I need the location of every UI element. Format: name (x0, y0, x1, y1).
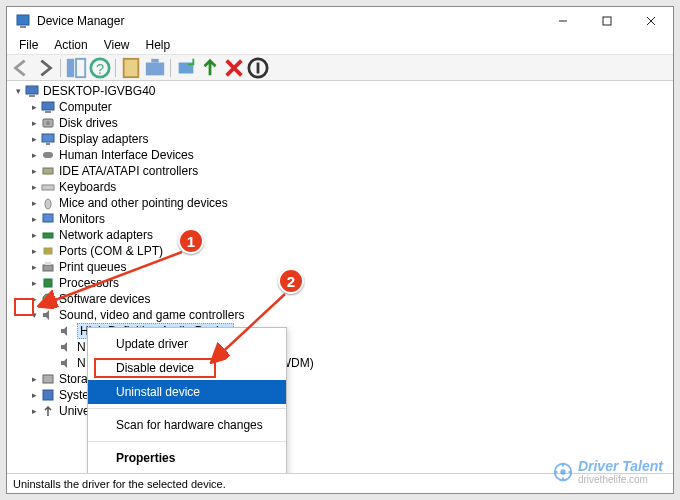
chevron-right-icon[interactable]: ▸ (27, 388, 41, 402)
menu-action[interactable]: Action (46, 36, 95, 54)
category-label: Ports (COM & LPT) (59, 244, 163, 258)
chevron-right-icon[interactable]: ▸ (27, 292, 41, 306)
category-label: Network adapters (59, 228, 153, 242)
svg-rect-28 (43, 233, 53, 238)
svg-rect-17 (42, 102, 54, 110)
tree-category[interactable]: ▸Monitors (11, 211, 673, 227)
cm-separator (88, 408, 286, 409)
chevron-right-icon[interactable]: ▸ (27, 180, 41, 194)
chevron-right-icon[interactable]: ▸ (27, 164, 41, 178)
uninstall-button[interactable] (223, 57, 245, 79)
callout-1: 1 (178, 228, 204, 254)
chevron-right-icon[interactable]: ▸ (27, 212, 41, 226)
back-button[interactable] (10, 57, 32, 79)
category-label: IDE ATA/ATAPI controllers (59, 164, 198, 178)
svg-rect-34 (43, 375, 53, 383)
tree-category[interactable]: ▸Computer (11, 99, 673, 115)
device-label: N (77, 356, 86, 370)
chevron-right-icon[interactable]: ▸ (27, 276, 41, 290)
category-label: Print queues (59, 260, 126, 274)
title-bar: Device Manager (7, 7, 673, 35)
tree-root[interactable]: ▾ DESKTOP-IGVBG40 (11, 83, 673, 99)
watermark-brand: Driver Talent (578, 458, 663, 474)
help-button[interactable]: ? (89, 57, 111, 79)
cm-uninstall-device[interactable]: Uninstall device (88, 380, 286, 404)
menu-file[interactable]: File (11, 36, 46, 54)
device-icon (41, 196, 55, 210)
callout-2: 2 (278, 268, 304, 294)
cm-scan-hardware[interactable]: Scan for hardware changes (88, 413, 286, 437)
svg-rect-0 (17, 15, 29, 25)
tree-category[interactable]: ▸Human Interface Devices (11, 147, 673, 163)
device-icon (41, 244, 55, 258)
update-driver-button[interactable] (199, 57, 221, 79)
device-icon (41, 116, 55, 130)
svg-rect-25 (42, 185, 54, 190)
device-icon (41, 404, 55, 418)
tree-category[interactable]: ▸Ports (COM & LPT) (11, 243, 673, 259)
chevron-right-icon[interactable]: ▸ (27, 100, 41, 114)
svg-point-20 (46, 121, 50, 125)
svg-rect-31 (45, 262, 51, 265)
show-hide-tree-button[interactable] (65, 57, 87, 79)
device-icon (41, 260, 55, 274)
cm-disable-device[interactable]: Disable device (88, 356, 286, 380)
svg-rect-23 (43, 152, 53, 158)
toolbar-separator (170, 59, 171, 77)
category-label: Disk drives (59, 116, 118, 130)
category-label: Software devices (59, 292, 150, 306)
minimize-button[interactable] (541, 7, 585, 35)
disable-button[interactable] (247, 57, 269, 79)
device-tree[interactable]: ▾ DESKTOP-IGVBG40 ▸Computer▸Disk drives▸… (7, 81, 673, 473)
tree-category[interactable]: ▸Print queues (11, 259, 673, 275)
svg-rect-35 (43, 390, 53, 400)
tree-category[interactable]: ▸Software devices (11, 291, 673, 307)
svg-rect-18 (45, 111, 51, 113)
menu-help[interactable]: Help (138, 36, 179, 54)
svg-rect-10 (124, 58, 139, 76)
cm-separator (88, 441, 286, 442)
cm-properties[interactable]: Properties (88, 446, 286, 470)
chevron-right-icon[interactable]: ▸ (27, 404, 41, 418)
close-button[interactable] (629, 7, 673, 35)
scan-button[interactable] (175, 57, 197, 79)
chevron-down-icon[interactable]: ▾ (27, 308, 41, 322)
tree-category[interactable]: ▸Processors (11, 275, 673, 291)
sound-icon (59, 356, 73, 370)
tree-category[interactable]: ▸IDE ATA/ATAPI controllers (11, 163, 673, 179)
toolbar-separator (115, 59, 116, 77)
chevron-right-icon[interactable]: ▸ (27, 148, 41, 162)
tree-category[interactable]: ▸Mice and other pointing devices (11, 195, 673, 211)
maximize-button[interactable] (585, 7, 629, 35)
chevron-down-icon[interactable]: ▾ (11, 84, 25, 98)
menu-view[interactable]: View (96, 36, 138, 54)
tree-category[interactable]: ▸Keyboards (11, 179, 673, 195)
chevron-right-icon[interactable]: ▸ (27, 196, 41, 210)
refresh-button[interactable] (144, 57, 166, 79)
watermark-site: drivethelife.com (578, 474, 663, 485)
forward-button[interactable] (34, 57, 56, 79)
device-label: N (77, 340, 86, 354)
chevron-right-icon[interactable]: ▸ (27, 372, 41, 386)
device-manager-window: Device Manager File Action View Help ? ▾ (6, 6, 674, 494)
chevron-right-icon[interactable]: ▸ (27, 116, 41, 130)
chevron-right-icon[interactable]: ▸ (27, 228, 41, 242)
category-label: Stora (59, 372, 88, 386)
watermark: Driver Talent drivethelife.com (552, 458, 663, 485)
category-label: Display adapters (59, 132, 148, 146)
chevron-right-icon[interactable]: ▸ (27, 132, 41, 146)
tree-category[interactable]: ▸Display adapters (11, 131, 673, 147)
svg-rect-3 (603, 17, 611, 25)
tree-category[interactable]: ▸Network adapters (11, 227, 673, 243)
tree-category-sound[interactable]: ▾ Sound, video and game controllers (11, 307, 673, 323)
tree-category[interactable]: ▸Disk drives (11, 115, 673, 131)
status-text: Uninstalls the driver for the selected d… (13, 478, 226, 490)
chevron-right-icon[interactable]: ▸ (27, 260, 41, 274)
toolbar: ? (7, 55, 673, 81)
chevron-right-icon[interactable]: ▸ (27, 244, 41, 258)
svg-rect-12 (151, 58, 158, 62)
cm-update-driver[interactable]: Update driver (88, 332, 286, 356)
device-icon (41, 132, 55, 146)
properties-button[interactable] (120, 57, 142, 79)
device-icon (41, 292, 55, 306)
